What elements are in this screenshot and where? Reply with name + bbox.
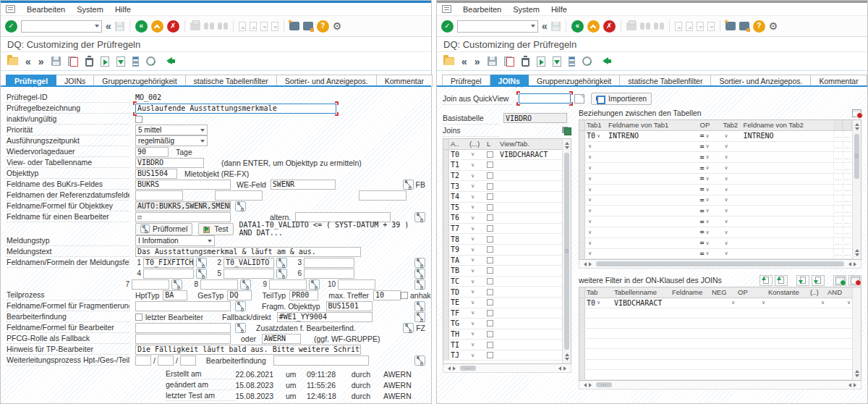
weiterleitung-bearbeiter-field[interactable]: [273, 355, 369, 366]
meldungsfeld-7[interactable]: [132, 279, 169, 290]
tp-hinweis-field[interactable]: Die Fälligkeit läuft bald aus. Bitte wei…: [135, 345, 361, 355]
scroll-right-icon[interactable]: [453, 366, 458, 371]
view-tabellenname-field[interactable]: VIBDRO: [135, 158, 204, 168]
chevron-down-icon[interactable]: ∨: [723, 208, 728, 214]
chevron-down-icon[interactable]: ∨: [723, 240, 728, 246]
chevron-down-icon[interactable]: ∨: [723, 251, 728, 256]
chevron-down-icon[interactable]: ∨: [705, 219, 710, 224]
menu-hilfe[interactable]: Hilfe: [115, 5, 131, 14]
chevron-down-icon[interactable]: ∨: [587, 143, 592, 149]
left-outer-checkbox[interactable]: [487, 161, 493, 168]
tab-gruppenzugehoerigkeit[interactable]: Gruppenzugehörigkeit: [529, 75, 620, 87]
weiterleitung-gestyp-field[interactable]: [158, 355, 174, 366]
scroll-down-icon[interactable]: [855, 253, 859, 258]
more-options-cell[interactable]: ...: [833, 163, 843, 173]
chevron-down-icon[interactable]: ∨: [587, 230, 592, 235]
chevron-down-icon[interactable]: ∨: [705, 176, 710, 182]
hpttyp-field[interactable]: BA: [163, 290, 187, 300]
join-alias-cell[interactable]: T0: [449, 151, 468, 159]
help-icon[interactable]: ?: [753, 20, 765, 33]
join-row[interactable]: TJ ∨: [443, 350, 562, 361]
system-menu-icon[interactable]: [442, 5, 451, 13]
bearbeiter-feld-field[interactable]: ☑: [135, 212, 231, 222]
filter-row[interactable]: [579, 360, 852, 370]
referenzdatum-field-1[interactable]: [135, 190, 183, 201]
join-alias-cell[interactable]: TG: [449, 319, 468, 327]
join-alias-cell[interactable]: T2: [449, 172, 468, 180]
bukrs-feld-field[interactable]: BUKRS: [135, 180, 231, 190]
pruefregelbezeichnung-field[interactable]: [135, 104, 336, 114]
meldungsfeld-1[interactable]: T0_FIXFITCHARACT: [143, 258, 194, 268]
weiterleitung-teiltyp-field[interactable]: [180, 355, 196, 366]
scroll-right-icon[interactable]: [563, 366, 569, 371]
scroll-down-icon[interactable]: [565, 146, 569, 151]
tab-joins[interactable]: JOINs: [56, 75, 94, 87]
more-options-cell[interactable]: ...: [843, 152, 852, 162]
new-session-icon[interactable]: ★: [289, 22, 299, 30]
help-icon[interactable]: ?: [317, 20, 329, 33]
more-options-cell[interactable]: ...: [843, 163, 852, 173]
meldungsfeld-3[interactable]: [304, 258, 354, 268]
previous-entry-icon[interactable]: «: [25, 56, 31, 67]
value-help-icon[interactable]: [574, 94, 584, 104]
chevron-down-icon[interactable]: ∨: [469, 173, 475, 179]
formula-editor-icon[interactable]: [414, 355, 425, 366]
relation-row[interactable]: ∨ =∨ ∨ ... ...: [579, 185, 852, 195]
more-options-cell[interactable]: ...: [833, 174, 843, 184]
collapse-icon[interactable]: «: [542, 21, 548, 31]
chevron-down-icon[interactable]: ∨: [723, 176, 728, 182]
we-feld-field[interactable]: SWENR: [271, 180, 336, 190]
delete-rule-icon[interactable]: [522, 58, 529, 67]
enter-icon[interactable]: ✓: [5, 20, 17, 33]
chevron-down-icon[interactable]: ∨: [587, 176, 592, 182]
tab-joins[interactable]: JOINs: [490, 75, 529, 87]
referenzdatum-field-3[interactable]: [359, 190, 407, 201]
chevron-down-icon[interactable]: ∨: [469, 204, 475, 210]
chevron-down-icon[interactable]: ∨: [587, 187, 592, 193]
save-rule-icon[interactable]: [488, 56, 497, 66]
fragmentierungswert-field[interactable]: [135, 301, 231, 311]
feldname-tab2-cell[interactable]: INTRENO: [742, 132, 834, 140]
join-row[interactable]: TG ∨: [443, 319, 562, 329]
add-row-icon[interactable]: [833, 275, 846, 286]
more-options-cell[interactable]: ...: [833, 227, 843, 237]
import-rule-icon[interactable]: [116, 56, 125, 67]
filter-row[interactable]: [579, 339, 852, 349]
scroll-up-icon[interactable]: [855, 121, 859, 126]
left-outer-checkbox[interactable]: [487, 172, 493, 179]
tab-cell[interactable]: T0: [587, 299, 595, 307]
join-row[interactable]: TD ∨: [443, 287, 562, 298]
copy-line-below-icon[interactable]: [812, 275, 825, 286]
prueformel-button[interactable]: Prüfformel: [135, 223, 192, 235]
relation-row[interactable]: ∨ =∨ ∨ ... ...: [579, 142, 852, 153]
chevron-down-icon[interactable]: ∨: [705, 187, 710, 193]
meldungsfeld-2[interactable]: T0_VALIDTO: [224, 258, 274, 268]
left-outer-checkbox[interactable]: [487, 331, 493, 337]
menu-bearbeiten[interactable]: Bearbeiten: [463, 5, 501, 14]
chevron-down-icon[interactable]: ∨: [469, 289, 475, 295]
chevron-down-icon[interactable]: [531, 25, 535, 30]
chevron-down-icon[interactable]: ∨: [723, 187, 728, 193]
left-outer-checkbox[interactable]: [487, 299, 493, 306]
chevron-down-icon[interactable]: ∨: [469, 268, 475, 274]
back-icon[interactable]: «: [135, 20, 148, 33]
relation-row[interactable]: ∨ =∨ ∨ ... ...: [579, 195, 852, 206]
tab-statische-tabellenfilter[interactable]: statische Tabellenfilter: [186, 75, 277, 87]
formula-editor-icon[interactable]: [414, 279, 425, 290]
batch-list-icon[interactable]: [569, 56, 575, 67]
meldungsfeld-6[interactable]: [304, 269, 354, 279]
formula-editor-icon[interactable]: [196, 258, 207, 268]
importieren-button[interactable]: Importieren: [591, 93, 652, 105]
left-outer-checkbox[interactable]: [487, 246, 493, 253]
join-row[interactable]: T3 ∨: [443, 181, 562, 192]
left-outer-checkbox[interactable]: [487, 342, 493, 348]
chevron-down-icon[interactable]: ∨: [469, 151, 475, 157]
chevron-down-icon[interactable]: ∨: [469, 279, 475, 285]
relation-row[interactable]: ∨ =∨ ∨ ... ...: [579, 249, 852, 260]
delete-row-icon[interactable]: [848, 275, 861, 286]
join-row[interactable]: TC ∨: [443, 277, 562, 287]
left-outer-checkbox[interactable]: [487, 204, 493, 211]
menu-hilfe[interactable]: Hilfe: [551, 5, 567, 14]
join-row[interactable]: T8 ∨: [443, 234, 562, 245]
more-options-cell[interactable]: ...: [843, 195, 852, 206]
